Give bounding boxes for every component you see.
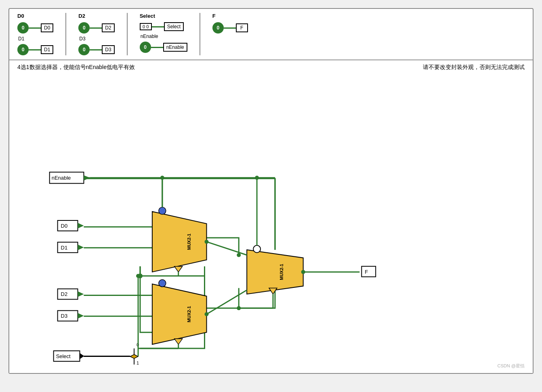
mux2: MUX2-1 [152, 280, 209, 345]
pin-box-nenable: nEnable [163, 43, 187, 52]
pin-line-d0 [29, 27, 41, 29]
panel-select-group: Select 0 0 Select nEnable 0 nEnable [140, 13, 187, 53]
port-f-text: F [365, 269, 368, 275]
panel-f-group: F 0 F [212, 13, 248, 34]
nenable-arrow [84, 175, 90, 180]
pin-box-select: Select [164, 22, 184, 31]
pin-bubble-f: 0 [212, 22, 224, 34]
mux3-out-dot [301, 270, 305, 274]
pin-bubble-nenable: 0 [140, 42, 151, 53]
junction-nenable [255, 176, 259, 180]
port-d2-text: D2 [61, 291, 68, 297]
select-dual-box: 0 0 [140, 23, 152, 30]
port-f-box [361, 266, 376, 277]
port-d0-text: D0 [61, 223, 68, 229]
pin-row-f: 0 F [212, 22, 248, 34]
mux1-bottom-arrow [174, 266, 183, 272]
d3-sublabel: D3 [79, 36, 114, 42]
f-label: F [212, 13, 248, 19]
mux3-body [247, 250, 303, 294]
panel-d0-group: D0 0 D0 D1 0 D1 [17, 13, 53, 55]
schematic-area: nEnable D0 D1 D2 D3 Select [9, 74, 533, 373]
nenable-sublabel: nEnable [141, 34, 187, 39]
pin-line-f [224, 27, 236, 29]
pin-row-d1: 0 D1 [17, 44, 53, 55]
d2-label: D2 [78, 13, 114, 19]
port-nenable-text: nEnable [52, 175, 71, 181]
pin-row-d3: 0 D3 [78, 44, 114, 55]
mux3-invert-circle [253, 245, 260, 253]
mux1-body [152, 212, 207, 272]
desc-right: 请不要改变封装外观，否则无法完成测试 [423, 64, 525, 71]
mux3-label: MUX2-1 [279, 264, 284, 280]
d1-arrow [78, 245, 84, 250]
pin-bubble-d2: 0 [78, 22, 90, 34]
top-panel: D0 0 D0 D1 0 D1 D2 0 D2 [9, 9, 533, 60]
pin-box-f: F [236, 23, 248, 32]
mux1: MUX2-1 [152, 207, 209, 272]
wire-mux2-mux3 [206, 290, 247, 314]
pin-line-d3 [90, 49, 102, 50]
junction-ctrl [136, 274, 140, 278]
divider-3 [200, 13, 200, 55]
wire-mux1-mux3 [206, 242, 247, 255]
desc-bar: 4选1数据选择器，使能信号nEnable低电平有效 请不要改变封装外观，否则无法… [9, 60, 533, 74]
port-d1-text: D1 [61, 245, 68, 251]
port-select-text: Select [56, 353, 71, 359]
wire-mux1-out [206, 238, 239, 255]
d3-arrow [78, 313, 84, 319]
d0-label: D0 [17, 13, 53, 19]
select-bit1-label: 1 [137, 361, 139, 365]
mux1-invert-bubble [159, 207, 166, 214]
pin-line-d1 [29, 49, 41, 50]
d0-arrow [78, 223, 84, 228]
pin-bubble-d3: 0 [78, 44, 90, 55]
pin-box-d3: D3 [102, 45, 114, 54]
select-label: Select [140, 13, 187, 19]
pin-bubble-d1: 0 [17, 44, 29, 55]
mux2-label: MUX2-1 [187, 306, 191, 322]
pin-box-d2: D2 [102, 23, 114, 32]
d1-sublabel: D1 [18, 36, 53, 42]
divider-2 [127, 13, 128, 55]
pin-row-nenable: 0 nEnable [140, 42, 187, 53]
select-diamond [130, 354, 138, 358]
mux2-body [152, 284, 207, 345]
main-container: D0 0 D0 D1 0 D1 D2 0 D2 [8, 8, 534, 374]
pin-line-nenable [151, 47, 163, 48]
pin-row-select: 0 0 Select [140, 22, 187, 31]
junction-mux23 [237, 306, 241, 310]
pin-box-d1: D1 [41, 45, 53, 54]
schematic-svg: nEnable D0 D1 D2 D3 Select [9, 74, 533, 373]
pin-line-d2 [90, 27, 102, 29]
d2-arrow [78, 291, 84, 297]
panel-d2-group: D2 0 D2 D3 0 D3 [78, 13, 114, 55]
junction-mux1-out [237, 253, 241, 257]
pin-line-select [152, 26, 164, 27]
mux2-invert-bubble [159, 280, 166, 287]
divider-1 [65, 13, 66, 55]
junction-nenable2 [160, 176, 164, 180]
pin-bubble-d0: 0 [17, 22, 29, 34]
port-d3-text: D3 [61, 313, 68, 319]
desc-left: 4选1数据选择器，使能信号nEnable低电平有效 [17, 64, 135, 71]
pin-row-d0: 0 D0 [17, 22, 53, 34]
watermark: CSDN @星恬 [498, 363, 525, 369]
pin-row-d2: 0 D2 [78, 22, 114, 34]
mux3: MUX2-1 [247, 245, 305, 294]
mux1-label: MUX2-1 [187, 234, 191, 250]
mux2-bottom-arrow [174, 339, 183, 344]
pin-box-d0: D0 [41, 23, 53, 32]
